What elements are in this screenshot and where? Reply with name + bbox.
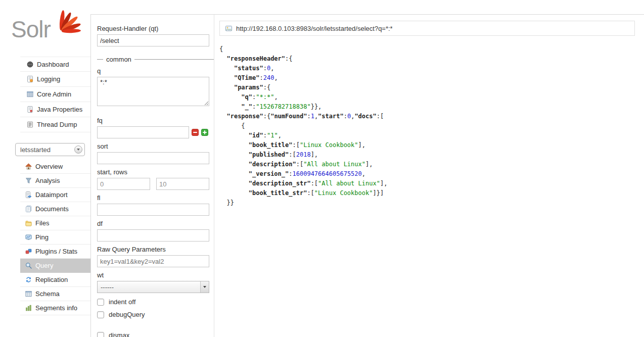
debug-query-label: debugQuery: [109, 311, 145, 318]
sidebar-item-replication[interactable]: Replication: [20, 273, 90, 287]
java-properties-icon: [26, 106, 33, 113]
overview-icon: [25, 163, 32, 170]
sidebar-item-label: Java Properties: [37, 106, 82, 113]
result-url-bar: http://192.168.0.103:8983/solr/letsstart…: [219, 21, 635, 36]
dismax-row: dismax: [97, 331, 214, 337]
json-line: "responseHeader":{: [219, 54, 635, 64]
sidebar-item-label: Dataimport: [35, 191, 68, 199]
chevron-down-icon: [200, 281, 209, 293]
core-selector[interactable]: letsstarted: [15, 143, 85, 156]
rows-input[interactable]: [156, 178, 209, 190]
indent-off-checkbox[interactable]: [97, 299, 104, 306]
json-line: "status":0,: [219, 64, 635, 73]
sidebar-item-dataimport[interactable]: Dataimport: [20, 188, 90, 202]
add-fq-button[interactable]: [201, 129, 208, 136]
start-input[interactable]: [97, 178, 150, 190]
solr-flare-icon: [57, 6, 86, 34]
json-line: "published":[2018],: [219, 150, 635, 160]
remove-fq-button[interactable]: [192, 129, 199, 136]
sidebar-item-label: Replication: [35, 276, 68, 283]
dashboard-icon: [26, 61, 33, 68]
sidebar-item-label: Documents: [35, 205, 69, 213]
request-handler-label: Request-Handler (qt): [97, 25, 214, 32]
debug-query-checkbox[interactable]: [97, 311, 104, 318]
json-line: "params":{: [219, 83, 635, 92]
sidebar-item-label: Dashboard: [37, 61, 69, 68]
common-section-legend: common: [97, 56, 214, 63]
chevron-down-icon[interactable]: [74, 146, 82, 154]
json-response: { "responseHeader":{ "status":0, "QTime"…: [219, 44, 635, 208]
fq-label: fq: [97, 117, 214, 124]
schema-icon: [25, 291, 32, 298]
sidebar-item-segments-info[interactable]: Segments info: [20, 301, 90, 315]
sidebar-item-dashboard[interactable]: Dashboard: [20, 57, 90, 72]
fq-row: [97, 126, 214, 138]
sidebar-item-plugins-stats[interactable]: Plugins / Stats: [20, 245, 90, 259]
raw-query-input[interactable]: [97, 255, 209, 267]
indent-off-label: indent off: [109, 298, 135, 306]
json-line: "description":["All about Linux"],: [219, 160, 635, 169]
json-line: "_version_":1600947664605675520,: [219, 169, 635, 179]
sidebar-item-java-properties[interactable]: Java Properties: [20, 102, 90, 117]
files-icon: [25, 220, 32, 227]
fq-input[interactable]: [97, 126, 189, 138]
json-line: "q":"*:*",: [219, 92, 635, 102]
result-pane: http://192.168.0.103:8983/solr/letsstart…: [214, 15, 644, 337]
json-line: "description_str":["All about Linux"],: [219, 179, 635, 188]
debug-query-row: debugQuery: [97, 311, 214, 318]
sidebar-item-label: Logging: [37, 75, 60, 83]
query-icon: [25, 262, 32, 269]
sidebar-item-thread-dump[interactable]: Thread Dump: [20, 117, 90, 132]
df-input[interactable]: [97, 229, 209, 242]
result-url-link[interactable]: http://192.168.0.103:8983/solr/letsstart…: [236, 25, 393, 32]
json-line: "book_title":["Linux Cookbook"],: [219, 140, 635, 150]
sidebar-item-files[interactable]: Files: [20, 216, 90, 230]
q-label: q: [97, 67, 214, 75]
json-line: "response":{"numFound":1,"start":0,"docs…: [219, 112, 635, 121]
sort-input[interactable]: [97, 152, 209, 164]
documents-icon: [25, 206, 32, 213]
wt-label: wt: [97, 271, 214, 279]
sidebar-item-query[interactable]: Query: [20, 259, 90, 273]
dismax-label: dismax: [109, 331, 129, 337]
sidebar-item-analysis[interactable]: Analysis: [20, 174, 90, 188]
q-input[interactable]: *:*: [97, 77, 209, 106]
sidebar: Solr DashboardLoggingCore AdminJava Prop…: [0, 0, 90, 337]
indent-off-row: indent off: [97, 298, 214, 306]
replication-icon: [25, 276, 32, 283]
sidebar-item-label: Plugins / Stats: [35, 248, 77, 255]
dismax-checkbox[interactable]: [97, 332, 104, 337]
solr-logo[interactable]: Solr: [11, 12, 87, 49]
sidebar-item-core-admin[interactable]: Core Admin: [20, 87, 90, 102]
logging-icon: [26, 76, 33, 83]
json-line: {: [219, 121, 635, 131]
start-rows-row: [97, 178, 214, 190]
sidebar-item-ping[interactable]: Ping: [20, 230, 90, 245]
json-line: }}: [219, 198, 635, 208]
sidebar-item-schema[interactable]: Schema: [20, 287, 90, 301]
segments-info-icon: [25, 305, 32, 312]
json-line: {: [219, 44, 635, 54]
sidebar-item-label: Core Admin: [37, 90, 71, 98]
sidebar-item-logging[interactable]: Logging: [20, 72, 90, 87]
sidebar-item-overview[interactable]: Overview: [20, 160, 90, 174]
sidebar-item-documents[interactable]: Documents: [20, 202, 90, 216]
sidebar-item-label: Analysis: [35, 177, 60, 184]
fl-input[interactable]: [97, 204, 209, 216]
analysis-icon: [25, 177, 32, 184]
json-line: "_":"1526782718838"}},: [219, 102, 635, 112]
dataimport-icon: [25, 191, 32, 199]
sidebar-item-label: Files: [35, 219, 49, 227]
fl-label: fl: [97, 194, 214, 202]
core-menu: OverviewAnalysisDataimportDocumentsFiles…: [20, 160, 90, 315]
content: Request-Handler (qt) common q *:* fq sor…: [90, 14, 644, 337]
df-label: df: [97, 220, 214, 227]
json-line: "QTime":240,: [219, 73, 635, 83]
wt-select[interactable]: ------: [97, 281, 209, 293]
sidebar-item-label: Schema: [35, 290, 60, 298]
plugins-stats-icon: [25, 248, 32, 255]
request-handler-input[interactable]: [97, 34, 209, 46]
sidebar-item-label: Thread Dump: [37, 121, 77, 128]
url-icon: [225, 25, 232, 32]
wt-select-value: ------: [101, 283, 114, 291]
